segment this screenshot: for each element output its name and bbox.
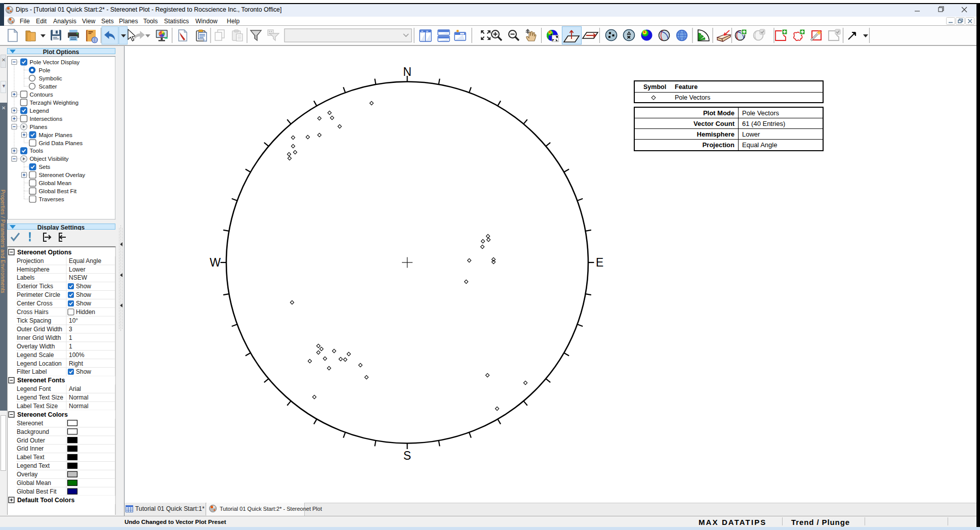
svg-text:E: E — [596, 256, 603, 269]
svg-text:N: N — [403, 65, 412, 78]
svg-text:W: W — [210, 256, 221, 269]
svg-text:S: S — [403, 449, 411, 462]
